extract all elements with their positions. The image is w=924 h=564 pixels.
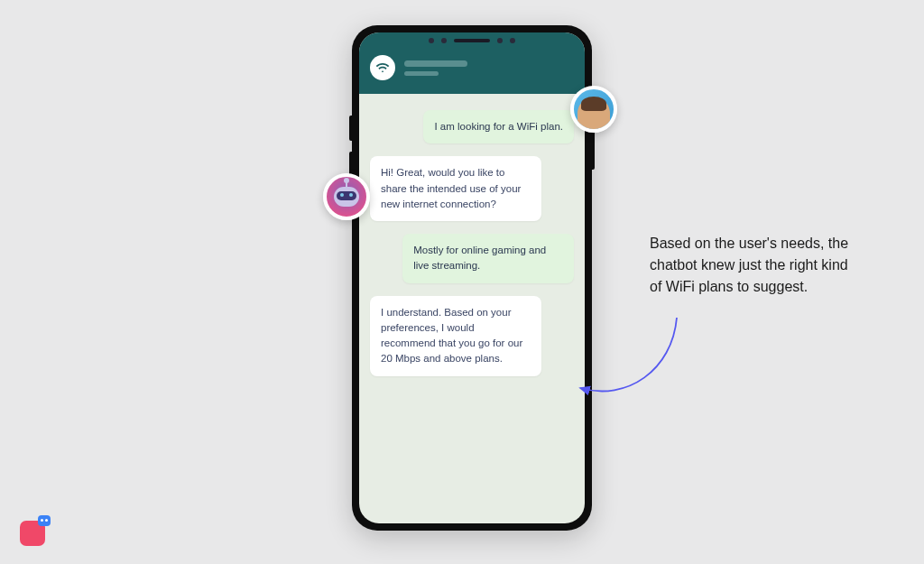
user-message: Mostly for online gaming and live stream… <box>402 234 574 283</box>
bot-message: I understand. Based on your preferences,… <box>370 296 541 376</box>
robot-avatar <box>323 173 370 220</box>
brand-logo <box>20 515 51 546</box>
chat-thread: I am looking for a WiFi plan. Hi! Great,… <box>359 94 585 393</box>
phone-frame: I am looking for a WiFi plan. Hi! Great,… <box>352 25 592 531</box>
user-avatar <box>570 86 617 133</box>
bot-message: Hi! Great, would you like to share the i… <box>370 156 541 221</box>
annotation-arrow <box>573 316 699 415</box>
phone-notch <box>429 38 515 43</box>
phone-volume-up <box>349 116 352 141</box>
wifi-icon <box>370 55 395 80</box>
user-message: I am looking for a WiFi plan. <box>423 110 574 143</box>
phone-screen: I am looking for a WiFi plan. Hi! Great,… <box>359 32 585 523</box>
annotation-caption: Based on the user's needs, the chatbot k… <box>650 233 857 298</box>
header-title-placeholder <box>404 60 574 76</box>
